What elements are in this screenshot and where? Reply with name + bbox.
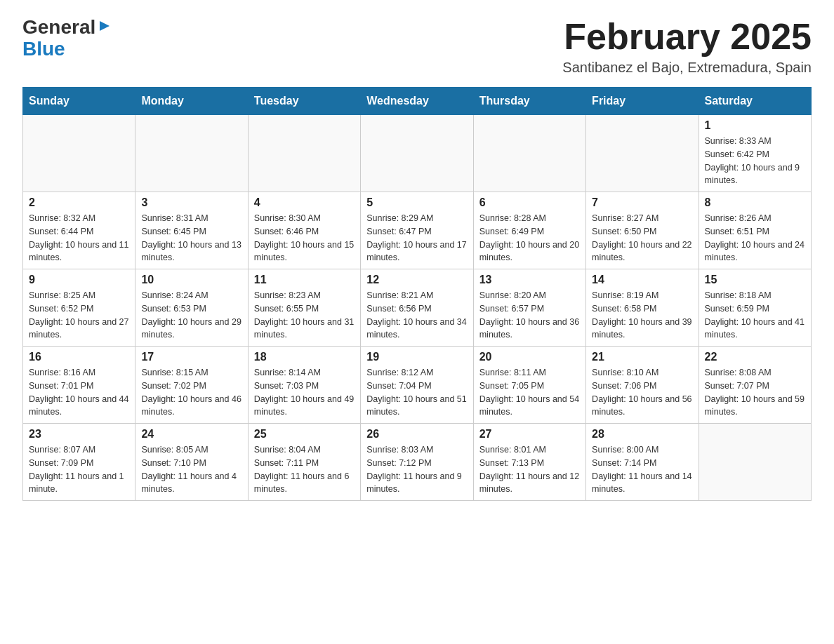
calendar-cell: 25Sunrise: 8:04 AM Sunset: 7:11 PM Dayli… bbox=[248, 424, 360, 501]
day-number: 7 bbox=[592, 196, 692, 209]
calendar-cell: 28Sunrise: 8:00 AM Sunset: 7:14 PM Dayli… bbox=[586, 424, 699, 501]
calendar-cell: 27Sunrise: 8:01 AM Sunset: 7:13 PM Dayli… bbox=[473, 424, 585, 501]
day-number: 12 bbox=[366, 274, 467, 286]
day-number: 28 bbox=[592, 428, 692, 441]
calendar-cell: 5Sunrise: 8:29 AM Sunset: 6:47 PM Daylig… bbox=[361, 192, 473, 269]
weekday-header-saturday: Saturday bbox=[699, 88, 811, 115]
calendar-cell bbox=[135, 115, 248, 192]
calendar-cell bbox=[23, 115, 135, 192]
title-area: February 2025 Santibanez el Bajo, Extrem… bbox=[562, 17, 812, 76]
day-number: 27 bbox=[479, 428, 580, 441]
calendar-cell bbox=[248, 115, 360, 192]
calendar-cell bbox=[586, 115, 699, 192]
day-info: Sunrise: 8:26 AM Sunset: 6:51 PM Dayligh… bbox=[705, 212, 805, 264]
day-number: 26 bbox=[366, 428, 467, 441]
weekday-header-thursday: Thursday bbox=[473, 88, 585, 115]
day-number: 21 bbox=[592, 351, 692, 363]
calendar-cell: 15Sunrise: 8:18 AM Sunset: 6:59 PM Dayli… bbox=[699, 269, 811, 347]
calendar-cell: 23Sunrise: 8:07 AM Sunset: 7:09 PM Dayli… bbox=[23, 424, 135, 501]
calendar-cell: 8Sunrise: 8:26 AM Sunset: 6:51 PM Daylig… bbox=[699, 192, 811, 269]
calendar-cell: 12Sunrise: 8:21 AM Sunset: 6:56 PM Dayli… bbox=[361, 269, 473, 347]
day-number: 17 bbox=[141, 351, 241, 363]
calendar-cell: 7Sunrise: 8:27 AM Sunset: 6:50 PM Daylig… bbox=[586, 192, 699, 269]
calendar-cell: 1Sunrise: 8:33 AM Sunset: 6:42 PM Daylig… bbox=[699, 115, 811, 192]
day-number: 22 bbox=[705, 351, 805, 363]
day-info: Sunrise: 8:30 AM Sunset: 6:46 PM Dayligh… bbox=[254, 212, 355, 264]
day-info: Sunrise: 8:21 AM Sunset: 6:56 PM Dayligh… bbox=[366, 289, 467, 342]
day-info: Sunrise: 8:08 AM Sunset: 7:07 PM Dayligh… bbox=[705, 366, 805, 419]
calendar-table: SundayMondayTuesdayWednesdayThursdayFrid… bbox=[22, 87, 812, 501]
day-info: Sunrise: 8:25 AM Sunset: 6:52 PM Dayligh… bbox=[29, 289, 129, 342]
day-number: 10 bbox=[141, 274, 241, 286]
day-number: 24 bbox=[141, 428, 241, 441]
day-number: 5 bbox=[366, 196, 467, 209]
day-info: Sunrise: 8:27 AM Sunset: 6:50 PM Dayligh… bbox=[592, 212, 692, 264]
logo-general-text: General bbox=[22, 17, 95, 39]
day-info: Sunrise: 8:12 AM Sunset: 7:04 PM Dayligh… bbox=[366, 366, 467, 419]
weekday-header-row: SundayMondayTuesdayWednesdayThursdayFrid… bbox=[23, 88, 812, 115]
day-info: Sunrise: 8:29 AM Sunset: 6:47 PM Dayligh… bbox=[366, 212, 467, 264]
day-number: 11 bbox=[254, 274, 355, 286]
day-info: Sunrise: 8:23 AM Sunset: 6:55 PM Dayligh… bbox=[254, 289, 355, 342]
page-header: General Blue February 2025 Santibanez el… bbox=[22, 17, 812, 76]
weekday-header-friday: Friday bbox=[586, 88, 699, 115]
calendar-cell: 21Sunrise: 8:10 AM Sunset: 7:06 PM Dayli… bbox=[586, 347, 699, 424]
calendar-cell: 11Sunrise: 8:23 AM Sunset: 6:55 PM Dayli… bbox=[248, 269, 360, 347]
day-info: Sunrise: 8:18 AM Sunset: 6:59 PM Dayligh… bbox=[705, 289, 805, 342]
logo: General Blue bbox=[22, 17, 112, 60]
day-number: 3 bbox=[141, 196, 241, 209]
calendar-cell bbox=[361, 115, 473, 192]
calendar-cell: 6Sunrise: 8:28 AM Sunset: 6:49 PM Daylig… bbox=[473, 192, 585, 269]
day-info: Sunrise: 8:04 AM Sunset: 7:11 PM Dayligh… bbox=[254, 443, 355, 496]
day-info: Sunrise: 8:32 AM Sunset: 6:44 PM Dayligh… bbox=[29, 212, 129, 264]
calendar-cell: 10Sunrise: 8:24 AM Sunset: 6:53 PM Dayli… bbox=[135, 269, 248, 347]
day-number: 4 bbox=[254, 196, 355, 209]
day-info: Sunrise: 8:15 AM Sunset: 7:02 PM Dayligh… bbox=[141, 366, 241, 419]
calendar-week-row: 16Sunrise: 8:16 AM Sunset: 7:01 PM Dayli… bbox=[23, 347, 812, 424]
calendar-cell: 14Sunrise: 8:19 AM Sunset: 6:58 PM Dayli… bbox=[586, 269, 699, 347]
calendar-cell bbox=[473, 115, 585, 192]
calendar-cell: 16Sunrise: 8:16 AM Sunset: 7:01 PM Dayli… bbox=[23, 347, 135, 424]
day-info: Sunrise: 8:05 AM Sunset: 7:10 PM Dayligh… bbox=[141, 443, 241, 496]
day-number: 6 bbox=[479, 196, 580, 209]
calendar-cell: 20Sunrise: 8:11 AM Sunset: 7:05 PM Dayli… bbox=[473, 347, 585, 424]
calendar-cell: 13Sunrise: 8:20 AM Sunset: 6:57 PM Dayli… bbox=[473, 269, 585, 347]
day-info: Sunrise: 8:16 AM Sunset: 7:01 PM Dayligh… bbox=[29, 366, 129, 419]
weekday-header-wednesday: Wednesday bbox=[361, 88, 473, 115]
logo-blue-text: Blue bbox=[22, 39, 65, 60]
day-info: Sunrise: 8:11 AM Sunset: 7:05 PM Dayligh… bbox=[479, 366, 580, 419]
day-number: 13 bbox=[479, 274, 580, 286]
day-info: Sunrise: 8:28 AM Sunset: 6:49 PM Dayligh… bbox=[479, 212, 580, 264]
day-number: 9 bbox=[29, 274, 129, 286]
day-info: Sunrise: 8:14 AM Sunset: 7:03 PM Dayligh… bbox=[254, 366, 355, 419]
day-info: Sunrise: 8:19 AM Sunset: 6:58 PM Dayligh… bbox=[592, 289, 692, 342]
calendar-body: 1Sunrise: 8:33 AM Sunset: 6:42 PM Daylig… bbox=[23, 115, 812, 501]
weekday-header-sunday: Sunday bbox=[23, 88, 135, 115]
calendar-week-row: 1Sunrise: 8:33 AM Sunset: 6:42 PM Daylig… bbox=[23, 115, 812, 192]
day-info: Sunrise: 8:24 AM Sunset: 6:53 PM Dayligh… bbox=[141, 289, 241, 342]
calendar-cell: 19Sunrise: 8:12 AM Sunset: 7:04 PM Dayli… bbox=[361, 347, 473, 424]
day-number: 16 bbox=[29, 351, 129, 363]
calendar-week-row: 9Sunrise: 8:25 AM Sunset: 6:52 PM Daylig… bbox=[23, 269, 812, 347]
logo-arrow-icon bbox=[97, 18, 112, 34]
day-number: 1 bbox=[705, 119, 805, 132]
calendar-cell: 9Sunrise: 8:25 AM Sunset: 6:52 PM Daylig… bbox=[23, 269, 135, 347]
calendar-cell: 22Sunrise: 8:08 AM Sunset: 7:07 PM Dayli… bbox=[699, 347, 811, 424]
calendar-cell: 4Sunrise: 8:30 AM Sunset: 6:46 PM Daylig… bbox=[248, 192, 360, 269]
day-number: 20 bbox=[479, 351, 580, 363]
day-number: 15 bbox=[705, 274, 805, 286]
day-info: Sunrise: 8:01 AM Sunset: 7:13 PM Dayligh… bbox=[479, 443, 580, 496]
location-text: Santibanez el Bajo, Extremadura, Spain bbox=[562, 60, 812, 76]
day-info: Sunrise: 8:10 AM Sunset: 7:06 PM Dayligh… bbox=[592, 366, 692, 419]
day-number: 2 bbox=[29, 196, 129, 209]
svg-marker-0 bbox=[100, 21, 110, 31]
day-info: Sunrise: 8:33 AM Sunset: 6:42 PM Dayligh… bbox=[705, 135, 805, 187]
calendar-cell: 24Sunrise: 8:05 AM Sunset: 7:10 PM Dayli… bbox=[135, 424, 248, 501]
day-number: 25 bbox=[254, 428, 355, 441]
weekday-header-monday: Monday bbox=[135, 88, 248, 115]
day-number: 19 bbox=[366, 351, 467, 363]
calendar-cell: 26Sunrise: 8:03 AM Sunset: 7:12 PM Dayli… bbox=[361, 424, 473, 501]
calendar-week-row: 23Sunrise: 8:07 AM Sunset: 7:09 PM Dayli… bbox=[23, 424, 812, 501]
day-info: Sunrise: 8:20 AM Sunset: 6:57 PM Dayligh… bbox=[479, 289, 580, 342]
day-number: 8 bbox=[705, 196, 805, 209]
